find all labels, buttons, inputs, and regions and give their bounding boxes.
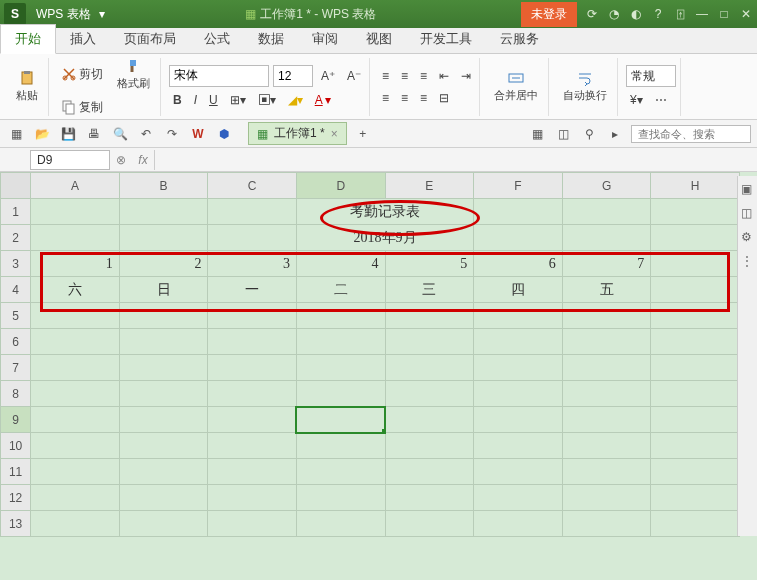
cell-subtitle[interactable]: 2018年9月 [296, 225, 473, 251]
cell[interactable]: 四 [474, 277, 563, 303]
add-tab-icon[interactable]: + [353, 124, 373, 144]
col-header[interactable]: C [208, 173, 297, 199]
sync-icon[interactable]: ⟳ [581, 7, 603, 21]
tab-data[interactable]: 数据 [244, 25, 298, 53]
maximize-icon[interactable]: □ [713, 7, 735, 21]
login-button[interactable]: 未登录 [521, 2, 577, 27]
align-top-button[interactable]: ≡ [378, 67, 393, 85]
indent-dec-button[interactable]: ⇤ [435, 67, 453, 85]
skin-icon[interactable]: ◐ [625, 7, 647, 21]
row-header[interactable]: 9 [1, 407, 31, 433]
fill-color-button[interactable]: 🞕▾ [254, 91, 280, 109]
window-icon[interactable]: ◫ [553, 124, 573, 144]
tab-review[interactable]: 审阅 [298, 25, 352, 53]
cancel-fx-icon[interactable]: ⊗ [110, 153, 132, 167]
wps-icon[interactable]: W [188, 124, 208, 144]
row-header[interactable]: 13 [1, 511, 31, 537]
col-header[interactable]: D [296, 173, 385, 199]
panel-setting-icon[interactable]: ⚙ [741, 230, 755, 244]
col-header[interactable]: A [31, 173, 120, 199]
row-header[interactable]: 11 [1, 459, 31, 485]
undo-icon[interactable]: ↶ [136, 124, 156, 144]
wrap-text-button[interactable]: 自动换行 [557, 68, 613, 105]
row-header[interactable]: 12 [1, 485, 31, 511]
cell[interactable]: 6 [474, 251, 563, 277]
close-icon[interactable]: ✕ [735, 7, 757, 21]
arrow-icon[interactable]: ▸ [605, 124, 625, 144]
cell[interactable]: 二 [296, 277, 385, 303]
italic-button[interactable]: I [190, 91, 201, 109]
tab-view[interactable]: 视图 [352, 25, 406, 53]
row-header[interactable]: 6 [1, 329, 31, 355]
pin-icon[interactable]: ⚲ [579, 124, 599, 144]
cell-title[interactable]: 考勤记录表 [296, 199, 473, 225]
new-icon[interactable]: ▦ [6, 124, 26, 144]
grid[interactable]: A B C D E F G H 1考勤记录表 22018年9月 3 1 2 3 … [0, 172, 740, 537]
cell[interactable]: 5 [385, 251, 474, 277]
font-name-select[interactable] [169, 65, 269, 87]
align-left-button[interactable]: ≡ [378, 89, 393, 107]
more-format-button[interactable]: ⋯ [651, 91, 671, 109]
row-header[interactable]: 10 [1, 433, 31, 459]
doc-tab-close-icon[interactable]: × [331, 127, 338, 141]
tab-formula[interactable]: 公式 [190, 25, 244, 53]
command-search-input[interactable] [631, 125, 751, 143]
cut-button[interactable]: 剪切 [57, 64, 107, 85]
print-icon[interactable]: 🖶 [84, 124, 104, 144]
merge-split-button[interactable]: ⊟ [435, 89, 453, 107]
align-center-button[interactable]: ≡ [397, 89, 412, 107]
active-cell[interactable] [296, 407, 385, 433]
cell[interactable]: 三 [385, 277, 474, 303]
cell[interactable]: 3 [208, 251, 297, 277]
cell[interactable]: 五 [562, 277, 651, 303]
underline-button[interactable]: U [205, 91, 222, 109]
save-icon[interactable]: 💾 [58, 124, 78, 144]
cloud-icon[interactable]: ◔ [603, 7, 625, 21]
minimize-icon[interactable]: — [691, 7, 713, 21]
fill2-button[interactable]: ◢▾ [284, 91, 307, 109]
row-header[interactable]: 5 [1, 303, 31, 329]
col-header[interactable]: G [562, 173, 651, 199]
font-color-button[interactable]: A▾ [311, 91, 335, 109]
preview-icon[interactable]: 🔍 [110, 124, 130, 144]
row-header[interactable]: 4 [1, 277, 31, 303]
col-header[interactable]: H [651, 173, 740, 199]
cell[interactable]: 4 [296, 251, 385, 277]
cube-icon[interactable]: ⬢ [214, 124, 234, 144]
align-bot-button[interactable]: ≡ [416, 67, 431, 85]
open-icon[interactable]: 📂 [32, 124, 52, 144]
col-header[interactable]: F [474, 173, 563, 199]
redo-icon[interactable]: ↷ [162, 124, 182, 144]
row-header[interactable]: 2 [1, 225, 31, 251]
name-box[interactable]: D9 [30, 150, 110, 170]
tab-insert[interactable]: 插入 [56, 25, 110, 53]
grow-font-button[interactable]: A⁺ [317, 67, 339, 85]
tab-layout[interactable]: 页面布局 [110, 25, 190, 53]
tab-dev[interactable]: 开发工具 [406, 25, 486, 53]
format-painter-button[interactable]: 格式刷 [111, 56, 156, 93]
col-header[interactable]: E [385, 173, 474, 199]
tab-cloud[interactable]: 云服务 [486, 25, 553, 53]
help-icon[interactable]: ? [647, 7, 669, 21]
app-dropdown-icon[interactable]: ▾ [99, 7, 105, 21]
panel-select-icon[interactable]: ▣ [741, 182, 755, 196]
cell[interactable]: 一 [208, 277, 297, 303]
cell[interactable]: 7 [562, 251, 651, 277]
formula-input[interactable] [154, 150, 757, 170]
cell[interactable]: 六 [31, 277, 120, 303]
merge-center-button[interactable]: 合并居中 [488, 68, 544, 105]
currency-button[interactable]: ¥▾ [626, 91, 647, 109]
shrink-font-button[interactable]: A⁻ [343, 67, 365, 85]
panel-ruler-icon[interactable]: ◫ [741, 206, 755, 220]
fx-icon[interactable]: fx [132, 153, 154, 167]
font-size-select[interactable] [273, 65, 313, 87]
document-tab[interactable]: ▦ 工作簿1 * × [248, 122, 347, 145]
ribbon-toggle-icon[interactable]: ⍐ [669, 7, 691, 21]
col-header[interactable]: B [119, 173, 208, 199]
indent-inc-button[interactable]: ⇥ [457, 67, 475, 85]
cell[interactable]: 日 [119, 277, 208, 303]
tab-home[interactable]: 开始 [0, 24, 56, 54]
panel-more-icon[interactable]: ⋮ [741, 254, 755, 268]
select-all-corner[interactable] [1, 173, 31, 199]
grid-icon[interactable]: ▦ [527, 124, 547, 144]
